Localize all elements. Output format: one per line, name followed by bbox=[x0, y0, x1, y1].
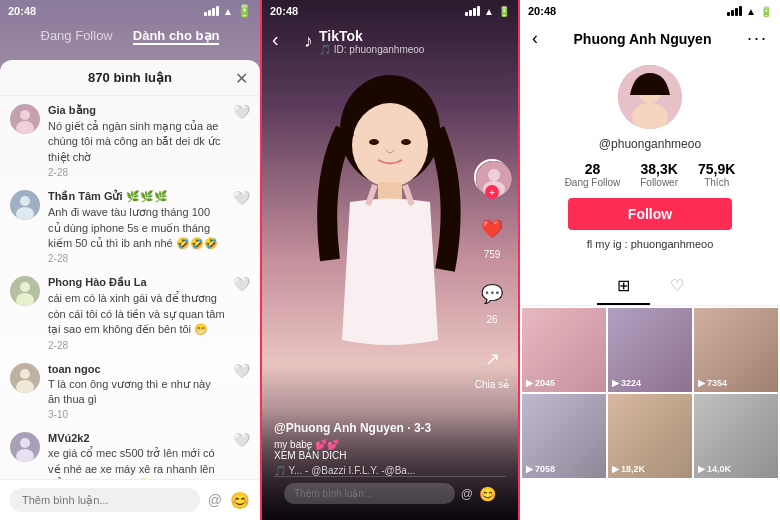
emoji-icon[interactable]: 😊 bbox=[230, 491, 250, 510]
svg-point-4 bbox=[20, 196, 30, 206]
play-icon: ▶ bbox=[698, 378, 705, 388]
profile-ig-text: fl my ig : phuonganhmeoo bbox=[587, 238, 714, 250]
comments-title: 870 bình luận bbox=[88, 70, 172, 85]
play-icon: ▶ bbox=[526, 464, 533, 474]
tab-liked[interactable]: ♡ bbox=[650, 268, 704, 305]
signal-icon bbox=[727, 6, 742, 16]
like-button[interactable]: ❤️ 759 bbox=[474, 211, 510, 260]
stat-following: 28 Đang Follow bbox=[565, 161, 621, 188]
wifi-icon: ▲ bbox=[223, 6, 233, 17]
close-icon[interactable]: ✕ bbox=[235, 68, 248, 87]
comment-like[interactable]: 🤍 bbox=[233, 363, 250, 379]
heart-icon: 🤍 bbox=[233, 190, 250, 206]
at-icon[interactable]: @ bbox=[208, 492, 222, 508]
profile-video-grid: ▶ 2045 ▶ 3224 ▶ 7354 ▶ 7058 ▶ 18 bbox=[520, 306, 780, 480]
comment-button[interactable]: 💬 26 bbox=[474, 276, 510, 325]
status-bar-right: 20:48 ▲ 🔋 bbox=[520, 0, 780, 22]
share-label: Chia sẻ bbox=[475, 379, 509, 390]
avatar-follow-item[interactable]: + bbox=[474, 159, 510, 195]
video-music: 🎵 Y... - @Bazzi I.F.L.Y. -@Ba... bbox=[274, 465, 506, 476]
video-description: my babe 💕💕 XEM BẢN DICH bbox=[274, 439, 506, 461]
play-icon: ▶ bbox=[698, 464, 705, 474]
comment-like[interactable]: 🤍 bbox=[233, 432, 250, 448]
status-icons-left: ▲ 🔋 bbox=[204, 4, 252, 18]
back-button[interactable]: ‹ bbox=[532, 28, 538, 49]
grid-video-1[interactable]: ▶ 2045 bbox=[522, 308, 606, 392]
avatar bbox=[10, 363, 40, 393]
time-left: 20:48 bbox=[8, 5, 36, 17]
grid-video-4[interactable]: ▶ 7058 bbox=[522, 394, 606, 478]
signal-icon bbox=[465, 6, 480, 16]
wifi-icon: ▲ bbox=[484, 6, 494, 17]
svg-point-10 bbox=[20, 369, 30, 379]
view-count-3: ▶ 7354 bbox=[698, 378, 727, 388]
comment-text: cái em có là xinh gái và để thương còn c… bbox=[48, 291, 225, 337]
back-button[interactable]: ‹ bbox=[272, 28, 279, 51]
wifi-icon: ▲ bbox=[746, 6, 756, 17]
heart-icon: 🤍 bbox=[233, 104, 250, 120]
follow-button[interactable]: Follow bbox=[568, 198, 732, 230]
avatar bbox=[10, 104, 40, 134]
at-icon[interactable]: @ bbox=[461, 487, 473, 501]
comment-like[interactable]: 🤍 bbox=[233, 104, 250, 120]
stat-followers: 38,3K Follower bbox=[640, 161, 678, 188]
video-info: @Phuong Anh Nguyen · 3-3 my babe 💕💕 XEM … bbox=[262, 411, 518, 520]
top-tabs: Đang Follow Dành cho bạn bbox=[0, 22, 260, 51]
svg-point-22 bbox=[488, 169, 500, 181]
time-right: 20:48 bbox=[528, 5, 556, 17]
comments-overlay: 870 bình luận ✕ Gia bằng Nó giết cả ngàn… bbox=[0, 60, 260, 520]
comment-like[interactable]: 🤍 bbox=[233, 276, 250, 292]
comment-input[interactable] bbox=[10, 488, 200, 512]
list-item: Thần Tâm Gửi 🌿🌿🌿 Anh đi wave tàu lương t… bbox=[10, 190, 250, 264]
view-count-5: ▶ 18,2K bbox=[612, 464, 645, 474]
time-middle: 20:48 bbox=[270, 5, 298, 17]
comment-text: T là con ông vương thì e như này ăn thua… bbox=[48, 377, 225, 408]
comment-username: Gia bằng bbox=[48, 104, 225, 117]
heart-icon: 🤍 bbox=[233, 432, 250, 448]
middle-comment-bar: @ 😊 bbox=[274, 476, 506, 510]
profile-header: ‹ Phuong Anh Nguyen ··· bbox=[520, 22, 780, 55]
profile-avatar bbox=[618, 65, 682, 129]
panel-middle: 20:48 ▲ 🔋 ‹ ♪ TikTok 🎵 ID: phuonganhmeoo bbox=[260, 0, 520, 520]
grid-video-3[interactable]: ▶ 7354 bbox=[694, 308, 778, 392]
comment-username: Thần Tâm Gửi 🌿🌿🌿 bbox=[48, 190, 225, 203]
video-desc-sub: XEM BẢN DICH bbox=[274, 450, 347, 461]
svg-point-16 bbox=[352, 103, 428, 187]
emoji-icon[interactable]: 😊 bbox=[479, 486, 496, 502]
tab-videos[interactable]: ⊞ bbox=[597, 268, 650, 305]
heart-icon: ❤️ bbox=[474, 211, 510, 247]
grid-video-5[interactable]: ▶ 18,2K bbox=[608, 394, 692, 478]
heart-icon: 🤍 bbox=[233, 276, 250, 292]
tiktok-header: ♪ TikTok 🎵 ID: phuonganhmeoo bbox=[292, 22, 518, 61]
tab-following[interactable]: Đang Follow bbox=[41, 28, 113, 45]
video-desc-text: my babe 💕💕 bbox=[274, 439, 339, 450]
action-buttons: + ❤️ 759 💬 26 ↗ Chia sẻ bbox=[474, 159, 510, 390]
middle-comment-input[interactable] bbox=[284, 483, 455, 504]
svg-point-18 bbox=[401, 139, 411, 145]
comment-content: Thần Tâm Gửi 🌿🌿🌿 Anh đi wave tàu lương t… bbox=[48, 190, 225, 264]
tiktok-id: 🎵 ID: phuonganhmeoo bbox=[319, 44, 424, 55]
comments-list[interactable]: Gia bằng Nó giết cả ngàn sinh mạng của a… bbox=[0, 96, 260, 479]
comments-header: 870 bình luận ✕ bbox=[0, 60, 260, 96]
grid-video-2[interactable]: ▶ 3224 bbox=[608, 308, 692, 392]
creator-avatar[interactable]: + bbox=[474, 159, 510, 195]
profile-info: @phuonganhmeoo 28 Đang Follow 38,3K Foll… bbox=[520, 55, 780, 268]
battery-icon: 🔋 bbox=[498, 6, 510, 17]
play-icon: ▶ bbox=[526, 378, 533, 388]
tab-foryou[interactable]: Dành cho bạn bbox=[133, 28, 220, 45]
avatar bbox=[10, 190, 40, 220]
profile-stats: 28 Đang Follow 38,3K Follower 75,9K Thíc… bbox=[565, 161, 736, 188]
follow-plus-icon: + bbox=[485, 185, 499, 199]
comment-text: xe giá cổ mec s500 trở lên mới có về nhé… bbox=[48, 446, 225, 479]
avatar-image bbox=[618, 65, 682, 129]
comment-content: Gia bằng Nó giết cả ngàn sinh mạng của a… bbox=[48, 104, 225, 178]
more-options-icon[interactable]: ··· bbox=[747, 28, 768, 49]
grid-video-6[interactable]: ▶ 14,0K bbox=[694, 394, 778, 478]
heart-icon: 🤍 bbox=[233, 363, 250, 379]
comment-like[interactable]: 🤍 bbox=[233, 190, 250, 206]
profile-name: Phuong Anh Nguyen bbox=[574, 31, 712, 47]
status-bar-left: 20:48 ▲ 🔋 bbox=[0, 0, 260, 22]
share-button[interactable]: ↗ Chia sẻ bbox=[474, 341, 510, 390]
likes-label: Thích bbox=[704, 177, 729, 188]
comment-time: 2-28 bbox=[48, 167, 225, 178]
